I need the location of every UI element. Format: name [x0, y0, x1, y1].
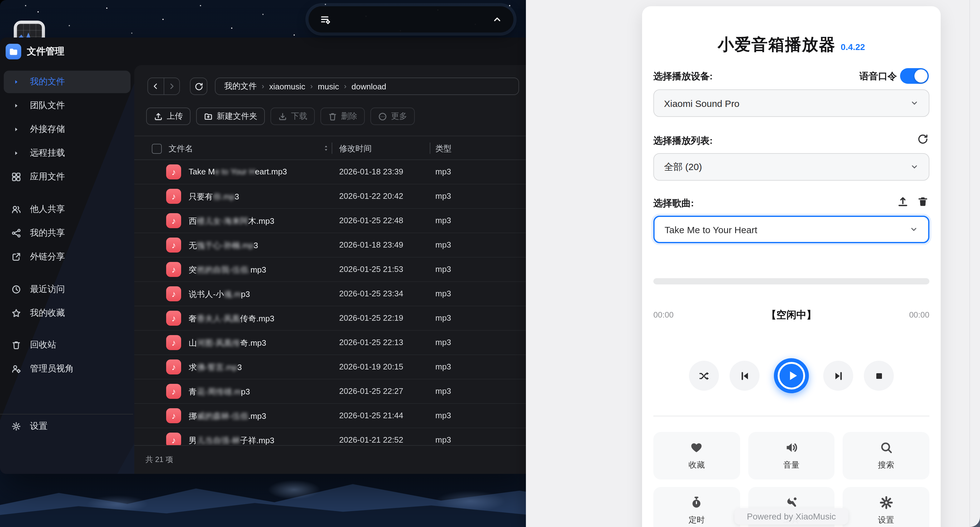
sidebar-group: 回收站管理员视角 [0, 334, 134, 380]
sidebar-item[interactable]: 管理员视角 [4, 358, 130, 380]
breadcrumb-item[interactable]: 我的文件 [224, 81, 257, 92]
sidebar-item[interactable]: 回收站 [4, 334, 130, 356]
table-row[interactable]: ♪山河图-凤凰传奇.mp32026-01-25 22:13mp3 [134, 331, 533, 355]
sidebar-item[interactable]: 团队文件 [4, 94, 130, 117]
external-icon [11, 252, 21, 262]
forward-button[interactable] [163, 78, 179, 94]
caret-right-icon [11, 102, 21, 109]
sidebar-item-label: 最近访问 [30, 284, 65, 295]
file-modified-time: 2026-01-18 23:39 [339, 167, 403, 176]
sidebar-item[interactable]: 他人共享 [4, 198, 130, 221]
table-row[interactable]: ♪青花-周传雄.mp32026-01-25 22:27mp3 [134, 380, 533, 404]
sidebar-item-label: 他人共享 [30, 204, 65, 215]
item-count: 共 21 项 [146, 455, 173, 465]
grid-button-label: 搜索 [878, 460, 894, 471]
file-type: mp3 [435, 386, 451, 396]
table-row[interactable]: ♪突然的自我-伍佰.mp32026-01-25 21:53mp3 [134, 257, 533, 282]
playlist-select[interactable]: 全部 (20) [653, 153, 929, 180]
table-row[interactable]: ♪西楼儿女-海来阿木.mp32026-01-25 22:48mp3 [134, 209, 533, 233]
column-header-modified[interactable]: 修改时间 [339, 143, 372, 155]
sidebar-item-label: 我的收藏 [30, 308, 65, 319]
sidebar-item[interactable]: 应用文件 [4, 166, 130, 188]
progress-bar[interactable] [653, 278, 929, 284]
sidebar-item[interactable]: 最近访问 [4, 278, 130, 301]
file-modified-time: 2026-01-22 20:42 [339, 191, 403, 201]
song-select-value: Take Me to Your Heart [665, 224, 909, 235]
table-row[interactable]: ♪求佛-誓言.mp32026-01-19 20:15mp3 [134, 355, 533, 380]
file-type: mp3 [435, 362, 451, 371]
quick-settings-bar[interactable] [309, 6, 514, 32]
sidebar-item[interactable]: 我的收藏 [4, 302, 130, 324]
grid-gear-solid-button[interactable]: 设置 [843, 487, 929, 527]
stars-decor [0, 0, 1, 1]
device-select-value: Xiaomi Sound Pro [664, 98, 910, 109]
grid-search-button[interactable]: 搜索 [843, 432, 929, 479]
chevron-up-icon[interactable] [492, 14, 502, 24]
chevron-down-icon [910, 99, 919, 107]
file-list-panel: 我的文件›xiaomusic›music›download 上传新建文件夹下载删… [134, 65, 533, 474]
table-row[interactable]: ♪只要有你.mp32026-01-22 20:42mp3 [134, 184, 533, 209]
upload-song-icon[interactable] [897, 196, 909, 208]
file-modified-time: 2026-01-25 22:27 [339, 386, 403, 396]
sidebar-item-settings[interactable]: 设置 [4, 415, 130, 438]
delete-song-icon[interactable] [917, 196, 929, 208]
breadcrumb-item[interactable]: download [352, 81, 386, 91]
status-text: 【空闲中】 [653, 309, 929, 322]
upload-icon [154, 112, 163, 121]
list-settings-icon[interactable] [320, 14, 331, 25]
grid-button-label: 音量 [783, 460, 800, 471]
previous-button[interactable] [730, 361, 759, 391]
device-select[interactable]: Xiaomi Sound Pro [653, 89, 929, 117]
breadcrumb-item[interactable]: xiaomusic [269, 81, 305, 91]
sidebar-item[interactable]: 远程挂载 [4, 142, 130, 164]
file-name: 挪威的森林-伍佰.mp3 [189, 411, 266, 422]
navigation-row: 我的文件›xiaomusic›music›download [134, 78, 533, 95]
sidebar-item-label: 管理员视角 [30, 363, 74, 374]
table-row[interactable]: ♪男儿当自强-林子祥.mp32026-01-21 22:52mp3 [134, 428, 533, 445]
history-buttons [147, 78, 180, 95]
file-name: 西楼儿女-海来阿木.mp3 [189, 216, 275, 227]
search-icon [879, 441, 893, 455]
sidebar-item[interactable]: 外链分享 [4, 246, 130, 268]
sidebar-item[interactable]: 外接存储 [4, 118, 130, 141]
gear-icon [11, 422, 21, 431]
sidebar-item[interactable]: 我的共享 [4, 222, 130, 244]
playlist-label: 选择播放列表: [653, 135, 713, 147]
stop-button[interactable] [864, 361, 894, 391]
file-name: 男儿当自强-林子祥.mp3 [189, 435, 275, 445]
song-select[interactable]: Take Me to Your Heart [653, 216, 929, 243]
sidebar-item[interactable]: 我的文件 [4, 71, 130, 93]
voice-command-toggle[interactable] [900, 68, 929, 84]
table-row[interactable]: ♪挪威的森林-伍佰.mp32026-01-25 21:44mp3 [134, 404, 533, 428]
sort-icon[interactable] [322, 144, 330, 152]
star-icon [11, 308, 21, 318]
breadcrumb-item[interactable]: music [318, 81, 339, 91]
refresh-button[interactable] [190, 78, 207, 95]
screen: 文件管理 我的文件团队文件外接存储远程挂载应用文件他人共享我的共享外链分享最近访… [0, 0, 980, 527]
next-button[interactable] [823, 361, 853, 391]
toolbar-button-label: 删除 [341, 111, 357, 122]
table-row[interactable]: ♪说书人-小魂.mp32026-01-25 23:34mp3 [134, 282, 533, 306]
music-file-icon: ♪ [166, 311, 181, 326]
file-modified-time: 2026-01-25 23:34 [339, 289, 403, 298]
grid-timer-button[interactable]: 定时 [653, 487, 740, 527]
file-modified-time: 2026-01-25 22:19 [339, 313, 403, 323]
toolbar-button-label: 更多 [391, 111, 407, 122]
playlist-refresh-icon[interactable] [917, 133, 929, 145]
table-row[interactable]: ♪奢香夫人-凤凰传奇.mp32026-01-25 22:19mp3 [134, 306, 533, 331]
grid-heart-button[interactable]: 收藏 [653, 432, 740, 479]
music-file-icon: ♪ [166, 238, 181, 252]
admin-icon [11, 364, 21, 374]
play-button[interactable] [774, 358, 809, 393]
column-header-name[interactable]: 文件名 [169, 143, 193, 155]
toolbar-folder-plus-button[interactable]: 新建文件夹 [196, 107, 265, 125]
window-titlebar: 文件管理 [0, 38, 533, 65]
back-button[interactable] [148, 78, 163, 94]
toolbar-upload-button[interactable]: 上传 [146, 107, 191, 125]
grid-volume-button[interactable]: 音量 [748, 432, 834, 479]
column-header-type[interactable]: 类型 [435, 143, 452, 155]
select-all-checkbox[interactable] [152, 144, 162, 154]
table-row[interactable]: ♪Take Me to Your Heart.mp32026-01-18 23:… [134, 160, 533, 184]
table-row[interactable]: ♪无愧于心-孙楠.mp32026-01-18 23:49mp3 [134, 233, 533, 257]
shuffle-button[interactable] [689, 361, 719, 391]
